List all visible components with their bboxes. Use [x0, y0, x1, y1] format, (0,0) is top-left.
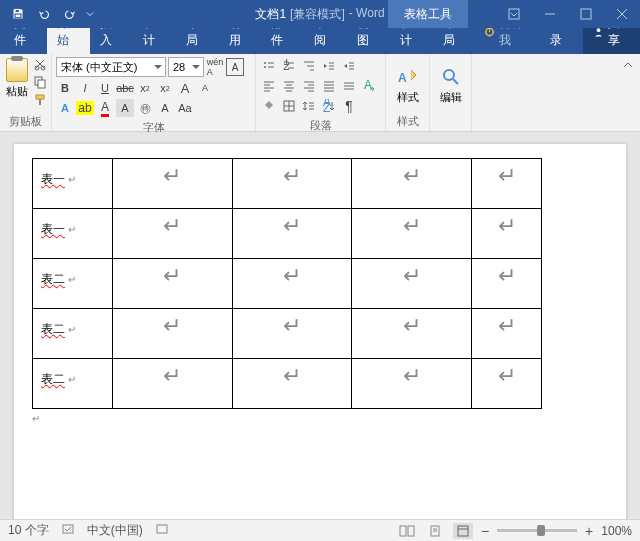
zoom-out-button[interactable]: − — [481, 523, 489, 539]
zoom-slider[interactable] — [497, 529, 577, 532]
print-layout-button[interactable] — [425, 523, 445, 539]
app-name: - Word — [349, 6, 385, 23]
highlight-button[interactable]: ab — [76, 99, 94, 117]
clear-formatting-button[interactable]: A — [156, 99, 174, 117]
web-layout-button[interactable] — [453, 523, 473, 539]
table-cell[interactable]: 表二 ↵ — [33, 359, 113, 409]
table-cell[interactable]: ↵ — [472, 359, 542, 409]
styles-button[interactable]: A 样式 — [390, 56, 425, 112]
table-row[interactable]: 表一 ↵↵↵↵↵ — [33, 209, 542, 259]
paste-button[interactable]: 粘贴 — [4, 56, 30, 112]
align-right-button[interactable] — [300, 77, 318, 95]
table-cell[interactable]: ↵ — [232, 209, 352, 259]
italic-button[interactable]: I — [76, 79, 94, 97]
table-cell[interactable]: ↵ — [352, 359, 472, 409]
shading-button[interactable] — [260, 97, 278, 115]
font-group: 宋体 (中文正文) 28 wénA A B I U abc x2 x2 A A … — [52, 54, 256, 131]
table-cell[interactable]: ↵ — [112, 259, 232, 309]
table-row[interactable]: 表二 ↵↵↵↵↵ — [33, 259, 542, 309]
table-cell[interactable]: ↵ — [232, 309, 352, 359]
minimize-button[interactable] — [532, 0, 568, 28]
table-cell[interactable]: ↵ — [352, 209, 472, 259]
document-table[interactable]: 表一 ↵↵↵↵↵表一 ↵↵↵↵↵表二 ↵↵↵↵↵表二 ↵↵↵↵↵表二 ↵↵↵↵↵ — [32, 158, 542, 409]
text-effects-button[interactable]: A — [56, 99, 74, 117]
cut-button[interactable] — [32, 56, 48, 72]
show-marks-button[interactable]: ¶ — [340, 97, 358, 115]
table-cell[interactable]: ↵ — [352, 309, 472, 359]
spell-check-icon[interactable] — [61, 522, 75, 539]
table-cell[interactable]: ↵ — [112, 359, 232, 409]
table-cell[interactable]: 表二 ↵ — [33, 309, 113, 359]
table-cell[interactable]: ↵ — [232, 359, 352, 409]
bullets-button[interactable] — [260, 57, 278, 75]
table-row[interactable]: 表二 ↵↵↵↵↵ — [33, 309, 542, 359]
copy-button[interactable] — [32, 74, 48, 90]
distributed-button[interactable] — [340, 77, 358, 95]
superscript-button[interactable]: x2 — [156, 79, 174, 97]
document-area[interactable]: 表一 ↵↵↵↵↵表一 ↵↵↵↵↵表二 ↵↵↵↵↵表二 ↵↵↵↵↵表二 ↵↵↵↵↵… — [0, 132, 640, 519]
char-scale-button[interactable]: A — [360, 77, 378, 95]
font-name-combo[interactable]: 宋体 (中文正文) — [56, 57, 166, 77]
shrink-font-button[interactable]: A — [196, 79, 214, 97]
styles-icon: A — [396, 64, 420, 88]
format-painter-button[interactable] — [32, 92, 48, 108]
phonetic-guide-button[interactable]: wénA — [206, 58, 224, 76]
table-cell[interactable]: ↵ — [112, 309, 232, 359]
table-cell[interactable]: ↵ — [112, 159, 232, 209]
table-cell[interactable]: ↵ — [232, 259, 352, 309]
bold-button[interactable]: B — [56, 79, 74, 97]
close-button[interactable] — [604, 0, 640, 28]
line-spacing-button[interactable] — [300, 97, 318, 115]
clipboard-group: 粘贴 剪贴板 — [0, 54, 52, 131]
macro-icon[interactable] — [155, 522, 169, 539]
multilevel-list-button[interactable] — [300, 57, 318, 75]
paragraph-mark: ↵ — [32, 413, 608, 424]
increase-indent-button[interactable] — [340, 57, 358, 75]
save-button[interactable] — [6, 2, 30, 26]
character-shading-button[interactable]: A — [116, 99, 134, 117]
table-cell[interactable]: 表二 ↵ — [33, 259, 113, 309]
align-center-button[interactable] — [280, 77, 298, 95]
word-count[interactable]: 10 个字 — [8, 522, 49, 539]
zoom-level[interactable]: 100% — [601, 524, 632, 538]
character-border-button[interactable]: A — [226, 58, 244, 76]
change-case-button[interactable]: Aa — [176, 99, 194, 117]
language-status[interactable]: 中文(中国) — [87, 522, 143, 539]
redo-button[interactable] — [58, 2, 82, 26]
decrease-indent-button[interactable] — [320, 57, 338, 75]
align-left-button[interactable] — [260, 77, 278, 95]
enclose-characters-button[interactable]: ㊕ — [136, 99, 154, 117]
svg-rect-61 — [63, 525, 73, 533]
table-row[interactable]: 表二 ↵↵↵↵↵ — [33, 359, 542, 409]
collapse-ribbon-button[interactable] — [620, 58, 636, 74]
font-color-button[interactable]: A — [96, 99, 114, 117]
table-cell[interactable]: 表一 ↵ — [33, 209, 113, 259]
font-size-combo[interactable]: 28 — [168, 57, 204, 77]
grow-font-button[interactable]: A — [176, 79, 194, 97]
zoom-in-button[interactable]: + — [585, 523, 593, 539]
table-cell[interactable]: ↵ — [472, 159, 542, 209]
table-cell[interactable]: ↵ — [472, 209, 542, 259]
contextual-tab-label: 表格工具 — [388, 0, 468, 28]
table-cell[interactable]: ↵ — [112, 209, 232, 259]
undo-button[interactable] — [32, 2, 56, 26]
table-cell[interactable]: 表一 ↵ — [33, 159, 113, 209]
strikethrough-button[interactable]: abc — [116, 79, 134, 97]
table-cell[interactable]: ↵ — [472, 309, 542, 359]
qat-customize[interactable] — [84, 2, 96, 26]
maximize-button[interactable] — [568, 0, 604, 28]
editing-button[interactable]: 编辑 — [434, 56, 467, 115]
justify-button[interactable] — [320, 77, 338, 95]
subscript-button[interactable]: x2 — [136, 79, 154, 97]
table-cell[interactable]: ↵ — [352, 259, 472, 309]
numbering-button[interactable]: 12 — [280, 57, 298, 75]
ribbon-options-button[interactable] — [496, 0, 532, 28]
table-row[interactable]: 表一 ↵↵↵↵↵ — [33, 159, 542, 209]
sort-button[interactable]: AZ — [320, 97, 338, 115]
table-cell[interactable]: ↵ — [472, 259, 542, 309]
table-cell[interactable]: ↵ — [232, 159, 352, 209]
underline-button[interactable]: U — [96, 79, 114, 97]
read-mode-button[interactable] — [397, 523, 417, 539]
borders-button[interactable] — [280, 97, 298, 115]
table-cell[interactable]: ↵ — [352, 159, 472, 209]
